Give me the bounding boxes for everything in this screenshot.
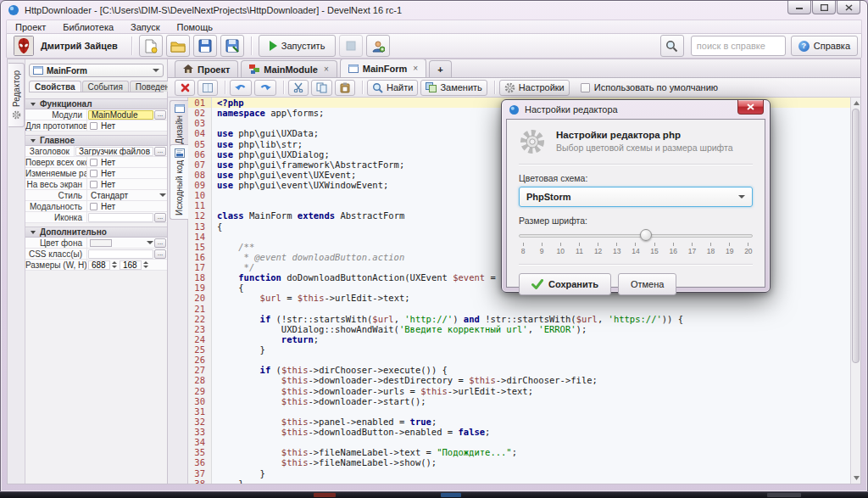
- run-button[interactable]: Запустить: [259, 35, 337, 57]
- ellipsis-button[interactable]: ...: [154, 147, 166, 156]
- avatar[interactable]: [14, 36, 34, 56]
- account-button[interactable]: [366, 35, 390, 57]
- checkbox-icon[interactable]: [90, 181, 97, 188]
- undo-icon: [235, 83, 247, 92]
- height-spinner-value[interactable]: 168: [120, 260, 142, 270]
- slider-track[interactable]: [519, 234, 753, 238]
- slider-thumb[interactable]: [640, 229, 652, 241]
- checkbox-icon[interactable]: [90, 159, 97, 166]
- line-number: 04: [188, 128, 212, 138]
- save-icon: [198, 39, 212, 53]
- help-button[interactable]: ? Справка: [791, 36, 858, 56]
- window-titlebar[interactable]: HttpDownloader - [C:\Users\DIM-S\DevelNe…: [1, 1, 867, 20]
- stop-button[interactable]: [339, 35, 363, 57]
- editor-tab-Проект[interactable]: Проект: [175, 60, 238, 77]
- side-tab-Исходный код[interactable]: Исходный код: [170, 144, 188, 220]
- divider: [519, 164, 753, 165]
- collapse-arrow-icon: [31, 139, 36, 143]
- scrollbar-thumb[interactable]: [852, 109, 860, 363]
- close-button[interactable]: [837, 1, 860, 14]
- dropdown-value[interactable]: Стандарт: [88, 191, 159, 200]
- check-icon: [531, 279, 543, 289]
- undo-button[interactable]: [230, 80, 252, 96]
- checkbox-icon[interactable]: [90, 122, 97, 130]
- section-header[interactable]: Функционал: [25, 98, 167, 109]
- width-spinner-value[interactable]: 688: [88, 260, 110, 270]
- color-swatch[interactable]: [90, 239, 112, 247]
- menu-item-Библиотека[interactable]: Библиотека: [54, 21, 122, 33]
- maximize-button[interactable]: [812, 1, 836, 14]
- use-default-label: Использовать по умолчанию: [594, 82, 718, 92]
- paste-button[interactable]: [335, 80, 355, 96]
- code-text: $this->downloader->destDirectory = $this…: [212, 375, 598, 385]
- ellipsis-button[interactable]: ...: [154, 238, 166, 248]
- code-text: return;: [212, 334, 319, 344]
- editor-settings-button[interactable]: Настройки: [499, 80, 570, 96]
- font-size-slider[interactable]: [519, 229, 753, 241]
- scroll-down-icon[interactable]: [852, 473, 860, 483]
- ellipsis-button[interactable]: ...: [154, 213, 166, 222]
- height-spinner[interactable]: 168: [120, 260, 148, 270]
- editor-tab-MainModule[interactable]: MainModule×: [241, 60, 337, 77]
- menu-item-Помощь[interactable]: Помощь: [168, 21, 221, 33]
- find-button[interactable]: Найти: [367, 80, 418, 96]
- value-cell[interactable]: [88, 213, 153, 222]
- menu-item-Запуск[interactable]: Запуск: [122, 21, 168, 33]
- property-row: Для прототиповНет: [25, 120, 167, 131]
- section-header[interactable]: Главное: [25, 135, 167, 146]
- dialog-titlebar[interactable]: Настройки редактора: [502, 100, 770, 119]
- taskbar[interactable]: [0, 492, 868, 498]
- minimize-button[interactable]: [787, 1, 811, 14]
- code-text: {: [212, 221, 222, 232]
- ellipsis-button[interactable]: ...: [154, 110, 166, 120]
- value-cell[interactable]: Загрузчик файлов: [75, 147, 153, 156]
- side-tab-Дизайн[interactable]: Дизайн: [170, 100, 188, 148]
- close-file-button[interactable]: [175, 80, 195, 96]
- section-header[interactable]: Дополнительно: [25, 227, 167, 238]
- prop-tab-Свойства[interactable]: Свойства: [29, 81, 81, 92]
- property-value: ...: [86, 238, 167, 248]
- scroll-up-icon[interactable]: [852, 98, 860, 108]
- save-all-button[interactable]: [220, 35, 244, 57]
- dialog-heading: Настройки редактора php: [556, 128, 733, 140]
- tick-label: 15: [650, 247, 658, 255]
- spinner-arrows-icon[interactable]: [143, 261, 148, 268]
- value-cell[interactable]: [88, 249, 153, 259]
- spinner-arrows-icon[interactable]: [112, 261, 117, 268]
- code-text: [212, 200, 217, 210]
- vertical-scrollbar[interactable]: [850, 98, 860, 484]
- help-search-input[interactable]: [691, 36, 786, 56]
- checkbox-icon[interactable]: [90, 170, 97, 177]
- form-selector[interactable]: MainForm: [29, 64, 164, 77]
- ellipsis-button[interactable]: ...: [154, 249, 166, 259]
- copy-button[interactable]: [311, 80, 332, 96]
- value-cell[interactable]: MainModule: [88, 110, 153, 120]
- tab-close-icon[interactable]: ×: [324, 64, 329, 74]
- user-name[interactable]: Дмитрий Зайцев: [41, 41, 118, 51]
- editor-tab-+[interactable]: +: [429, 60, 451, 77]
- cut-button[interactable]: [288, 80, 309, 96]
- cancel-button[interactable]: Отмена: [618, 273, 676, 295]
- prop-tab-События[interactable]: События: [82, 81, 129, 92]
- color-scheme-select[interactable]: PhpStorm: [519, 187, 753, 207]
- new-project-button[interactable]: [139, 35, 163, 57]
- dialog-close-button[interactable]: [737, 100, 764, 115]
- checkbox-icon[interactable]: [90, 203, 97, 210]
- width-spinner[interactable]: 688: [88, 260, 117, 270]
- menu-item-Проект[interactable]: Проект: [7, 21, 54, 33]
- use-default-checkbox[interactable]: Использовать по умолчанию: [579, 82, 718, 92]
- tab-close-icon[interactable]: ×: [413, 64, 418, 73]
- save-button[interactable]: [193, 35, 217, 57]
- help-search-button[interactable]: [660, 35, 684, 57]
- line-number: 17: [188, 262, 212, 272]
- redo-button[interactable]: [254, 80, 276, 96]
- open-project-button[interactable]: [166, 35, 190, 57]
- save-button[interactable]: Сохранить: [519, 273, 611, 295]
- code-text: }: [212, 478, 244, 484]
- split-view-button[interactable]: [198, 80, 218, 96]
- property-label: Стиль: [25, 191, 86, 200]
- replace-button[interactable]: Заменить: [420, 80, 487, 96]
- property-value: Загрузчик файлов...: [74, 146, 167, 156]
- editor-tab-MainForm[interactable]: MainForm×: [340, 59, 426, 77]
- rail-tab-editor[interactable]: Редактор: [8, 63, 25, 127]
